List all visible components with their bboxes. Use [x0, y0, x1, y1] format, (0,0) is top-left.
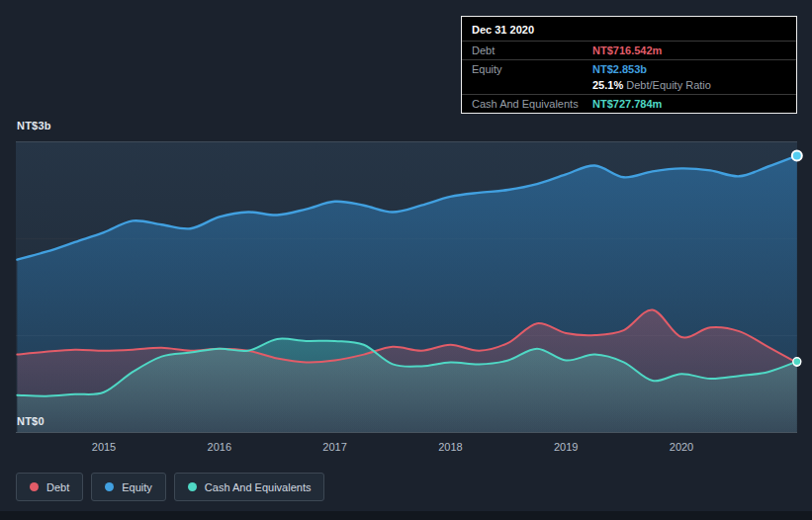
tooltip-row-cash: Cash And Equivalents NT$727.784m [462, 94, 796, 113]
equity-series-dot-icon [105, 482, 114, 491]
cash-and-equivalents-series-dot-icon [188, 482, 197, 491]
x-tick-2016: 2016 [208, 441, 231, 453]
tooltip-equity-label: Equity [472, 63, 592, 75]
legend-label: Equity [122, 481, 152, 493]
legend: DebtEquityCash And Equivalents [16, 473, 324, 501]
debt-series-dot-icon [30, 482, 39, 491]
chart-plot[interactable] [16, 141, 801, 433]
legend-label: Cash And Equivalents [205, 481, 312, 493]
tooltip-cash-value: NT$727.784m [592, 98, 786, 110]
tooltip-ratio-label: Debt/Equity Ratio [626, 79, 711, 91]
tooltip-cash-label: Cash And Equivalents [472, 98, 592, 110]
legend-label: Debt [46, 481, 69, 493]
tooltip-equity-value: NT$2.853b [592, 63, 786, 75]
y-axis-label-bottom: NT$0 [17, 415, 45, 427]
tooltip-debt-label: Debt [472, 44, 592, 56]
tooltip: Dec 31 2020 Debt NT$716.542m Equity NT$2… [461, 16, 797, 114]
tooltip-debt-value: NT$716.542m [592, 44, 786, 56]
y-axis-label-top: NT$3b [17, 120, 51, 131]
tooltip-date: Dec 31 2020 [462, 17, 796, 41]
chart-panel: NT$3b NT$0 201520162017201820192020 Dec … [0, 0, 812, 520]
x-tick-2015: 2015 [92, 441, 116, 453]
tooltip-row-debt: Debt NT$716.542m [462, 41, 796, 59]
x-tick-2017: 2017 [322, 441, 346, 453]
legend-equity[interactable]: Equity [91, 473, 166, 501]
tooltip-ratio-value: 25.1% [592, 79, 623, 91]
tooltip-row-equity: Equity NT$2.853b [462, 59, 796, 78]
x-tick-2019: 2019 [554, 441, 578, 453]
legend-cash-and-equivalents[interactable]: Cash And Equivalents [174, 473, 325, 501]
tooltip-row-ratio: 25.1% Debt/Equity Ratio [462, 78, 796, 94]
x-tick-2018: 2018 [438, 441, 462, 453]
bottom-edge-bar [0, 511, 812, 520]
x-axis: 201520162017201820192020 [0, 441, 812, 455]
legend-debt[interactable]: Debt [16, 473, 83, 501]
x-tick-2020: 2020 [670, 441, 693, 453]
